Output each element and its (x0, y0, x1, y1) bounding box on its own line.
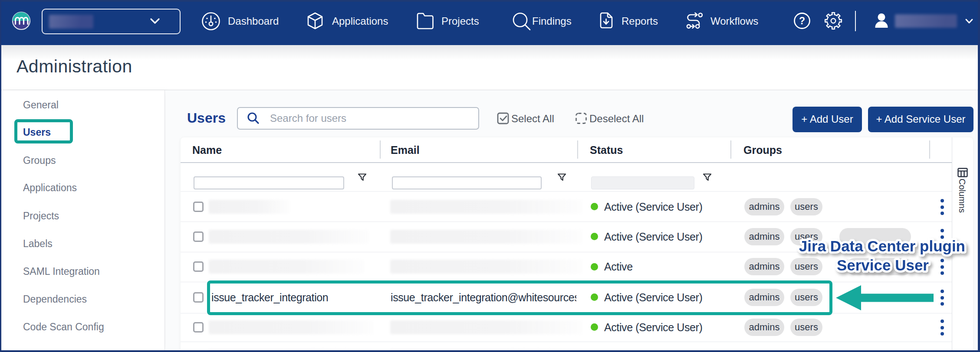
svg-text:Service User: Service User (837, 257, 929, 274)
svg-text:?: ? (799, 15, 805, 26)
svg-text:Jira Data Center plugin: Jira Data Center plugin (799, 238, 965, 254)
